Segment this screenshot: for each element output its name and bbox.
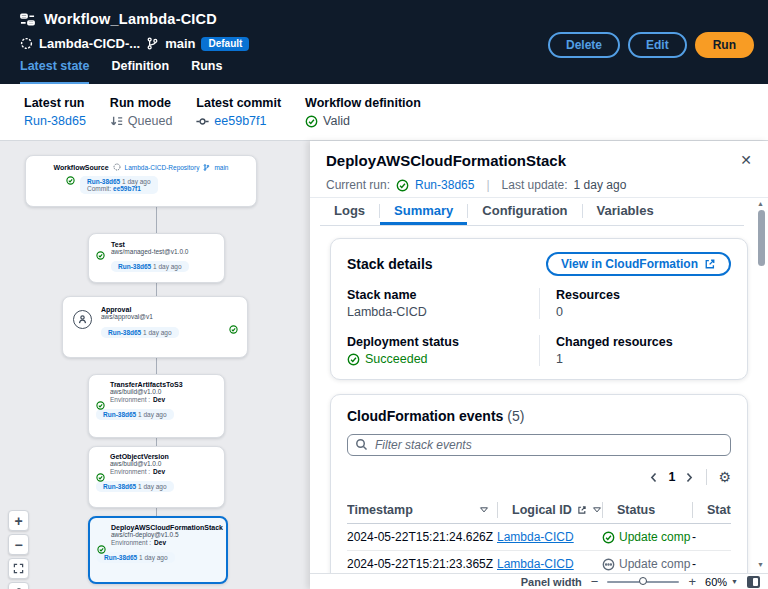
prev-page-icon[interactable]: [648, 471, 659, 484]
run-link[interactable]: Run-38d65: [108, 329, 141, 336]
col-timestamp[interactable]: Timestamp: [347, 503, 497, 517]
page-number[interactable]: 1: [668, 470, 675, 484]
run-mode-value: Queued: [128, 114, 172, 128]
panel-width-slider[interactable]: [607, 581, 679, 583]
zoom-in-button[interactable]: +: [8, 510, 29, 531]
divider: [706, 469, 707, 485]
env-value: Dev: [154, 539, 166, 546]
scrollbar-thumb[interactable]: [758, 210, 765, 266]
success-icon: [96, 401, 105, 410]
fit-view-button[interactable]: [8, 558, 29, 579]
panel-footer: Panel width − + 60% ▼: [310, 573, 768, 589]
col-status-reason[interactable]: Status r...: [692, 502, 731, 518]
tab-summary[interactable]: Summary: [380, 199, 467, 225]
close-icon[interactable]: ✕: [738, 151, 754, 169]
col-logical-id[interactable]: Logical ID: [497, 502, 602, 518]
env-label: Environment :: [110, 468, 150, 475]
tab-runs[interactable]: Runs: [191, 59, 222, 84]
node-deploy-cloudformation[interactable]: DeployAWSCloudFormationStack aws/cfn-dep…: [88, 516, 228, 584]
node-test[interactable]: Test aws/managed-test@v1.0.0 Run-38d65 1…: [88, 233, 225, 283]
gear-icon[interactable]: ⚙: [718, 469, 731, 485]
col-status-label: Status: [617, 503, 655, 517]
run-link[interactable]: Run-38d65: [118, 263, 151, 270]
latest-commit-field: Latest commit ee59b7f1: [196, 96, 281, 128]
scroll-down-icon[interactable]: ▼: [757, 561, 764, 568]
workflow-tabs: Latest state Definition Runs: [20, 59, 222, 84]
person-icon: [73, 310, 92, 329]
zoom-level-dropdown[interactable]: 60% ▼: [705, 576, 738, 588]
connector: [156, 358, 157, 374]
filter-icon[interactable]: [479, 505, 489, 515]
filter-icon[interactable]: [592, 505, 602, 515]
stack-name-field: Stack name Lambda-CICD: [347, 288, 539, 319]
env-label: Environment :: [111, 539, 151, 546]
tab-definition[interactable]: Definition: [111, 59, 169, 84]
latest-run-field: Latest run Run-38d65: [24, 96, 86, 128]
header-actions: Delete Edit Run: [548, 32, 754, 58]
run-link[interactable]: Run-38d65: [87, 178, 120, 185]
latest-commit-link[interactable]: ee59b7f1: [214, 114, 266, 128]
panel-width-decrease-button[interactable]: −: [591, 575, 599, 588]
panel-meta: Current run: Run-38d65 | Last update: 1 …: [326, 178, 626, 192]
node-approval[interactable]: Approval aws/approval@v1 Run-38d65 1 day…: [62, 296, 248, 358]
latest-run-label: Latest run: [24, 96, 86, 110]
deployment-status-field: Deployment status Succeeded: [347, 335, 539, 366]
logical-id-link[interactable]: Lambda-CICD: [497, 530, 574, 544]
node-title: Approval: [101, 306, 247, 313]
node-transfer-artifacts[interactable]: TransferArtifactsToS3 aws/build@v1.0.0 E…: [88, 374, 225, 438]
filter-stack-events-input[interactable]: [347, 434, 731, 456]
latest-run-link[interactable]: Run-38d65: [24, 114, 86, 128]
queued-icon: [110, 115, 123, 128]
success-icon: [396, 179, 409, 192]
resources-field: Resources 0: [539, 288, 731, 319]
current-run-link[interactable]: Run-38d65: [415, 178, 474, 192]
panel-width-increase-button[interactable]: +: [688, 575, 696, 588]
default-branch-badge: Default: [201, 37, 249, 51]
delete-button[interactable]: Delete: [548, 32, 620, 58]
workflow-definition-label: Workflow definition: [305, 96, 421, 110]
chevron-down-icon: ▼: [731, 578, 738, 585]
repository-icon: [113, 163, 121, 171]
node-action: aws/build@v1.0.0: [110, 388, 224, 395]
table-row[interactable]: 2024-05-22T15:21:24.626Z Lambda-CICD Upd…: [347, 524, 731, 551]
run-link[interactable]: Run-38d65: [103, 411, 136, 418]
panel-position-icon[interactable]: [747, 576, 760, 588]
workflow-definition-field: Workflow definition Valid: [305, 96, 421, 128]
next-page-icon[interactable]: [684, 471, 695, 484]
col-status[interactable]: Status: [602, 502, 692, 518]
view-in-cloudformation-button[interactable]: View in CloudFormation: [546, 252, 731, 276]
commit-link[interactable]: ee59b7f1: [113, 185, 141, 192]
node-workflow-source[interactable]: WorkflowSource Lambda-CICD-Repository ma…: [25, 155, 257, 207]
branch-name[interactable]: main: [165, 36, 195, 51]
run-link[interactable]: Run-38d65: [104, 554, 137, 561]
workflow-diagram[interactable]: WorkflowSource Lambda-CICD-Repository ma…: [0, 141, 310, 589]
tab-configuration[interactable]: Configuration: [468, 199, 581, 225]
run-button[interactable]: Run: [695, 32, 754, 58]
slider-handle[interactable]: [639, 577, 647, 585]
node-action: aws/approval@v1: [101, 313, 247, 320]
node-action: aws/build@v1.0.0: [110, 460, 224, 467]
env-label: Environment :: [110, 396, 150, 403]
branch-icon: [203, 164, 210, 171]
tab-latest-state[interactable]: Latest state: [20, 59, 89, 84]
connector: [156, 438, 157, 446]
table-row[interactable]: 2024-05-22T15:21:23.365Z Lambda-CICD Upd…: [347, 551, 731, 573]
project-branch-row: Lambda-CICD-... main Default: [20, 36, 249, 51]
resources-value: 0: [556, 305, 731, 319]
connector: [156, 508, 157, 516]
run-pill: Run-38d65 1 day ago: [97, 552, 175, 563]
edit-button[interactable]: Edit: [628, 32, 687, 58]
logical-id-link[interactable]: Lambda-CICD: [497, 557, 574, 571]
connector: [156, 283, 157, 296]
scroll-up-icon[interactable]: ▲: [757, 200, 764, 207]
node-get-object-version[interactable]: GetObjectVersion aws/build@v1.0.0 Enviro…: [88, 446, 225, 508]
tab-logs[interactable]: Logs: [320, 199, 379, 225]
tab-variables[interactable]: Variables: [583, 199, 668, 225]
repository-link[interactable]: Lambda-CICD-Repository: [125, 164, 200, 171]
zoom-out-button[interactable]: −: [8, 534, 29, 555]
project-name[interactable]: Lambda-CICD-...: [39, 36, 140, 51]
lock-button[interactable]: [8, 582, 29, 589]
run-link[interactable]: Run-38d65: [103, 483, 136, 490]
node-action: aws/managed-test@v1.0.0: [111, 248, 224, 255]
source-branch[interactable]: main: [214, 164, 228, 171]
